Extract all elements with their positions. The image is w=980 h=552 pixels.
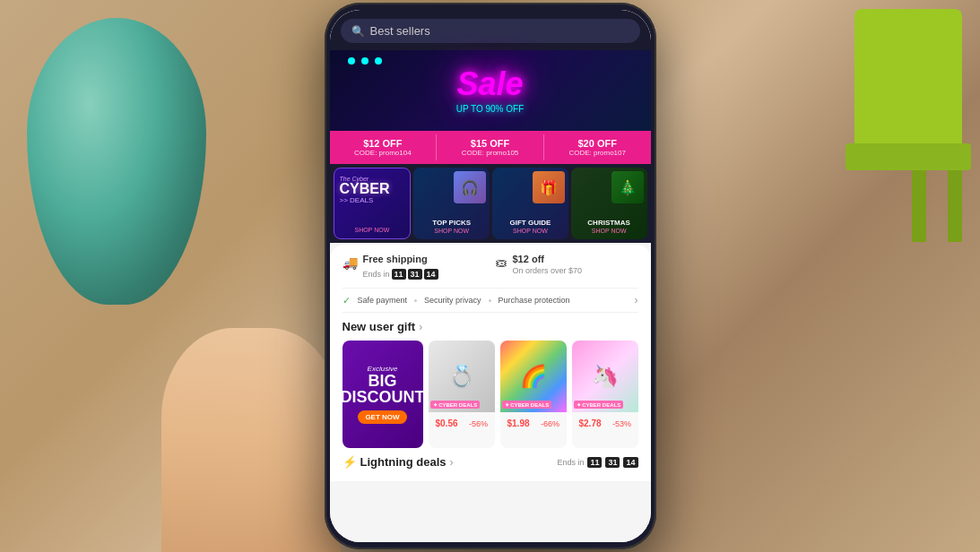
promo-item-3[interactable]: $20 OFF CODE: promo107 [544,134,651,160]
search-placeholder: Best sellers [370,24,430,38]
search-icon: 🔍 [351,25,365,38]
lightning-icon: ⚡ [343,455,357,469]
colorful-discount: -66% [537,419,559,428]
timer-mins: 31 [408,269,422,280]
category-gift-guide[interactable]: 🎁 GIFT GUIDE SHOP NOW [492,168,568,239]
category-top-picks[interactable]: 🎧 TOP PICKS SHOP NOW [413,168,490,239]
sale-text: Sale [456,68,525,100]
gift-guide-img: 🎁 [533,171,565,203]
promo-amount-2: $15 OFF [442,138,538,149]
category-cyber-deals[interactable]: The Cyber CYBER >> DEALS SHOP NOW [334,168,412,239]
cyber-deals-shop-now: SHOP NOW [354,227,389,233]
gift-guide-shop-now: SHOP NOW [513,228,548,234]
lightning-arrow-icon: › [450,456,454,469]
trust-arrow-icon[interactable]: › [635,294,638,306]
cyber-dots [348,57,355,65]
lightning-timer-m: 31 [605,457,620,468]
discount-icon: 🎟 [495,255,507,270]
colorful-cyber-badge: ✦ CYBER DEALS [502,401,552,409]
top-picks-shop-now: SHOP NOW [434,228,469,234]
colorful-image: 🌈 ✦ CYBER DEALS [500,341,567,412]
colorful-price: $1.98 [504,417,533,430]
promo-amount-1: $12 OFF [335,138,431,149]
big-discount-label: BIG DISCOUNT [341,373,425,405]
ring-emoji: 💍 [448,364,475,389]
shipping-icon: 🚚 [343,255,358,270]
top-picks-label: TOP PICKS [432,219,471,228]
trust-purchase-protection: Purchase protection [499,296,570,305]
vase-decoration [0,0,251,358]
lightning-timer-h: 11 [587,457,602,468]
sale-banner: Sale UP TO 90% OFF [330,50,651,131]
promo-amount-3: $20 OFF [550,138,646,149]
trust-row: ✓ Safe payment Security privacy Purchase… [343,288,638,313]
free-shipping-offer[interactable]: 🚚 Free shipping Ends in 11 31 14 [343,254,486,280]
lightning-title: Lightning deals [360,455,447,469]
product-ring[interactable]: 💍 ✦ CYBER DEALS $0.56 -56% [429,341,495,448]
chair-decoration [783,0,980,358]
unicorn-image: 🦄 ✦ CYBER DEALS [572,341,638,412]
gift-guide-label: GIFT GUIDE [509,219,551,228]
ring-discount: -56% [465,419,488,428]
christmas-label: CHRISTMAS [587,219,630,228]
search-bar[interactable]: 🔍 Best sellers [330,10,651,50]
white-section: 🚚 Free shipping Ends in 11 31 14 [330,245,651,481]
free-shipping-title: Free shipping [363,254,438,264]
shield-icon: ✓ [343,295,351,306]
lightning-timer: Ends in 11 31 14 [557,457,637,468]
ring-price: $0.56 [432,417,462,430]
timer-hours: 11 [392,269,406,280]
trust-dot-1 [414,299,417,302]
new-user-gift-title: New user gift [343,320,416,333]
new-user-gift-arrow: › [419,321,422,333]
sale-subtext: UP TO 90% OFF [456,104,525,114]
get-now-button[interactable]: GET NOW [358,410,406,424]
trust-dot-2 [489,299,491,302]
lightning-left: ⚡ Lightning deals › [343,455,454,469]
promo-code-1: CODE: promo104 [335,149,431,157]
search-input[interactable]: 🔍 Best sellers [341,19,640,43]
unicorn-price: $2.78 [576,417,605,430]
discount-sub: On orders over $70 [513,266,583,275]
category-christmas[interactable]: 🎄 CHRISTMAS SHOP NOW [571,168,647,239]
category-grid: The Cyber CYBER >> DEALS SHOP NOW 🎧 TOP … [330,164,651,243]
ring-image: 💍 ✦ CYBER DEALS [429,341,495,412]
ring-cyber-badge: ✦ CYBER DEALS [430,401,481,409]
timer-secs: 14 [424,269,438,280]
lightning-ends-label: Ends in [557,458,584,467]
discount-offer[interactable]: 🎟 $12 off On orders over $70 [495,254,638,280]
promo-item-2[interactable]: $15 OFF CODE: promo105 [437,134,544,160]
promo-item-1[interactable]: $12 OFF CODE: promo104 [330,134,438,160]
hand [161,328,341,552]
app-screen: 🔍 Best sellers Sale UP TO 90% OFF $12 OF [330,10,651,542]
trust-safe-payment: Safe payment [358,296,408,305]
trust-security-privacy: Security privacy [424,296,481,305]
promo-bar: $12 OFF CODE: promo104 $15 OFF CODE: pro… [330,131,651,164]
product-unicorn[interactable]: 🦄 ✦ CYBER DEALS $2.78 -53% [572,341,638,448]
phone: 🔍 Best sellers Sale UP TO 90% OFF $12 OF [325,3,656,549]
christmas-img: 🎄 [611,171,644,203]
product-big-discount[interactable]: Exclusive BIG DISCOUNT GET NOW [343,341,423,448]
product-colorful[interactable]: 🌈 ✦ CYBER DEALS $1.98 -66% [500,341,567,448]
unicorn-emoji: 🦄 [592,364,619,389]
lightning-deals-row[interactable]: ⚡ Lightning deals › Ends in 11 31 14 [343,448,638,472]
top-picks-img: 🎧 [454,171,486,203]
christmas-shop-now: SHOP NOW [592,228,627,234]
new-user-gift-header[interactable]: New user gift › [343,320,638,333]
shipping-timer: Ends in 11 31 14 [363,269,438,280]
colorful-emoji: 🌈 [520,364,547,389]
discount-title: $12 off [513,254,583,264]
offer-row: 🚚 Free shipping Ends in 11 31 14 [343,254,638,280]
unicorn-discount: -53% [609,419,631,428]
product-row: Exclusive BIG DISCOUNT GET NOW 💍 ✦ CYBER… [343,341,638,448]
unicorn-cyber-badge: ✦ CYBER DEALS [574,401,624,409]
promo-code-3: CODE: promo107 [550,149,646,157]
ends-in-label: Ends in [363,270,390,279]
lightning-timer-s: 14 [623,457,637,468]
promo-code-2: CODE: promo105 [442,149,538,157]
